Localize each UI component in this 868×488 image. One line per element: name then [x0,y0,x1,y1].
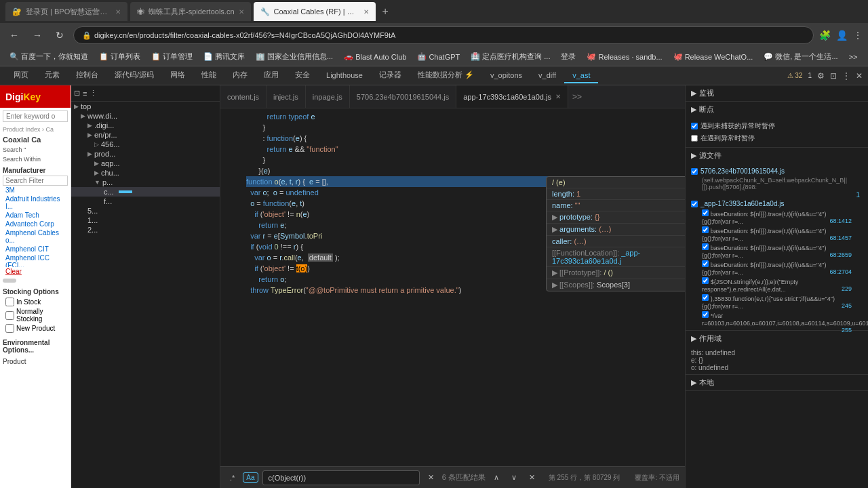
tree-enpr[interactable]: ▶ en/pr... [71,130,220,140]
uncaught-checkbox[interactable] [691,123,698,129]
new-tab-button[interactable]: + [378,5,393,18]
normally-stocking-option[interactable]: Normally Stocking [3,307,68,323]
bookmark-wechat[interactable]: 🐙Release WeChatO... [669,51,757,62]
tree-digi[interactable]: ▶ .digi... [71,121,220,130]
sub4-checkbox[interactable] [702,260,709,267]
find-clear-button[interactable]: ✕ [424,472,438,483]
manufacturer-amphenol-cables[interactable]: Amphenol Cables o... [3,228,68,245]
devtools-undock-icon[interactable]: ⊡ [830,71,837,81]
devtools-more-icon[interactable]: ⋮ [842,71,850,81]
tree-more-btn[interactable]: ⋮ [90,89,97,98]
tab-close-2[interactable]: ✕ [239,8,244,16]
bookmark-tencent[interactable]: 📄腾讯文库 [199,50,249,63]
tab-close-1[interactable]: ✕ [115,8,121,16]
devtools-close-icon[interactable]: ✕ [856,71,863,81]
issue-count-badge2[interactable]: 1 [808,72,812,79]
tab-v-options[interactable]: v_opitons [482,68,530,83]
bookmark-order-mgmt[interactable]: 📋订单管理 [147,50,197,63]
tab-perf-data[interactable]: 性能数据分析 ⚡ [410,67,482,84]
devtools-settings-icon[interactable]: ⚙ [817,71,825,81]
sub2-checkbox[interactable] [702,226,709,233]
normally-stocking-checkbox[interactable] [5,311,14,320]
manufacturer-advantech[interactable]: Advantech Corp [3,220,68,228]
editor-tab-inject[interactable]: inject.js [267,85,306,108]
environmental-options-section[interactable]: Environmental Options... [0,336,71,357]
find-input[interactable] [262,470,420,485]
bookmark-all[interactable]: 所有书签 [864,50,868,63]
sub3-checkbox[interactable] [702,243,709,250]
breakpoint-uncaught[interactable]: 遇到未捕获的异常时暂停 [691,120,863,132]
new-product-option[interactable]: New Product [3,323,68,333]
tab-console[interactable]: 控制台 [68,67,106,84]
sub7-checkbox[interactable] [702,311,709,318]
tab-lighthouse[interactable]: Lighthouse [318,68,371,83]
editor-tab-content[interactable]: content.js [220,85,267,108]
popup-scopes[interactable]: ▶ [[Scopes]]: Scopes[3] [547,279,685,291]
tab-elements[interactable]: 元素 [37,67,68,84]
source-app-file[interactable]: _app-17c393c1a60e1a0d.js [691,199,863,209]
extensions-icon[interactable]: 🧩 [819,30,831,41]
editor-tabs-more[interactable]: >> [568,92,586,102]
manufacturer-search[interactable] [3,176,68,186]
tab-application[interactable]: 应用 [256,67,287,84]
forward-button[interactable]: → [28,28,46,42]
manufacturer-3m[interactable]: 3M [3,186,68,195]
url-box[interactable]: 🔒 digikey.cn/en/products/filter/coaxial-… [73,26,814,44]
find-regex-button[interactable]: .* [226,472,239,483]
source-5706-file[interactable]: 5706.23e4b70019615044.js [691,166,863,176]
manufacturer-adamtech[interactable]: Adam Tech [3,211,68,220]
reload-button[interactable]: ↻ [52,28,68,42]
bookmark-credit[interactable]: 🏢国家企业信用信息... [252,50,337,63]
popup-prototype[interactable]: ▶ prototype: {} [547,211,685,224]
tab-sources[interactable]: 源代码/源码 [106,67,162,84]
watch-section-header[interactable]: ▶ 监视 [686,85,868,101]
bookmark-baidu[interactable]: 🔍百度一下，你就知道 [5,50,92,63]
find-prev-button[interactable]: ∧ [490,472,503,483]
tree-456[interactable]: ▷ 456... [71,140,220,149]
breakpoint-caught[interactable]: 在遇到异常时暂停 [691,132,863,144]
editor-tab-inpage[interactable]: inpage.js [306,85,350,108]
find-close-button[interactable]: ✕ [525,472,539,483]
find-next-button[interactable]: ∨ [507,472,521,483]
sub1-checkbox[interactable] [702,209,709,216]
tab-recorder[interactable]: 记录器 [371,67,410,84]
find-case-button[interactable]: Aa [243,472,258,483]
tree-collapse-btn[interactable]: ≡ [83,89,87,98]
tree-sync-btn[interactable]: ⊡ [74,89,80,98]
source-5706-checkbox[interactable] [691,168,698,175]
keyword-search-input[interactable] [3,110,68,122]
bookmark-medical[interactable]: 🏥定点医疗机构查询 ... [467,50,554,63]
scope-section-header[interactable]: ▶ 作用域 [686,331,842,346]
popup-arguments[interactable]: ▶ arguments: (…) [547,224,685,236]
caught-checkbox[interactable] [691,135,698,142]
tab-network[interactable]: 网络 [162,67,193,84]
tree-top[interactable]: ▶ top [71,102,220,111]
tab-security[interactable]: 安全 [287,67,318,84]
tab-memory[interactable]: 内存 [224,67,256,84]
editor-tab-5706[interactable]: 5706.23e4b70019615044.js [350,85,456,108]
tab-v-diff[interactable]: v_diff [530,68,564,83]
tree-c-file[interactable]: c... [71,187,220,197]
browser-tab-1[interactable]: 🔐 登录页 | BPO智慧运营平台 ✕ [5,2,127,21]
manufacturer-adafruit[interactable]: Adafruit Industries I... [3,195,68,211]
manufacturer-clear-button[interactable]: Clear [3,267,68,276]
editor-tab-close[interactable]: ✕ [555,93,561,100]
profile-icon[interactable]: 👤 [836,30,848,41]
new-product-checkbox[interactable] [5,324,14,333]
bookmark-wechat2[interactable]: 💬微信, 是一个生活... [760,50,842,63]
scroll-indicator[interactable] [0,279,71,283]
bookmark-releases[interactable]: 🐙Releases · sandb... [583,51,666,62]
tab-performance[interactable]: 性能 [193,67,224,84]
bookmark-login[interactable]: 登录 [557,50,580,63]
tree-prod[interactable]: ▶ prod... [71,149,220,159]
local-section-header[interactable]: ▶ 本地 [686,375,868,390]
editor-tab-app[interactable]: app-17c393c1a60e1a0d.js ✕ [456,85,568,108]
tree-f-file[interactable]: f... [71,197,220,206]
in-stock-checkbox[interactable] [5,298,14,306]
browser-tab-3[interactable]: 🔧 Coaxial Cables (RF) | Electron... ✕ [254,2,376,21]
browser-tab-2[interactable]: 🕷 蜘蛛工具库-spidertools.cn ✕ [130,2,251,21]
bookmark-more[interactable]: >> [845,52,862,62]
bookmark-blast[interactable]: 🚗Blast Auto Club [340,51,410,62]
popup-funcloc[interactable]: [[FunctionLocation]]: _app-17c393c1a60e1… [547,247,685,267]
source-app-checkbox[interactable] [691,201,698,207]
